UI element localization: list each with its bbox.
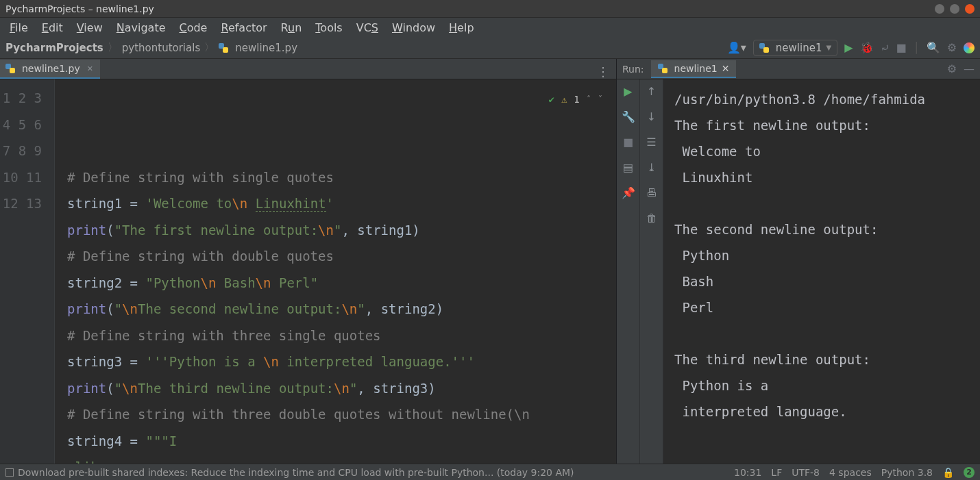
navigation-bar: PycharmProjects 〉 pythontutorials 〉 newl… <box>0 37 980 59</box>
up-icon[interactable]: ↑ <box>647 85 656 98</box>
menu-edit[interactable]: Edit <box>35 20 70 36</box>
code-line: like <box>67 454 616 464</box>
run-settings-gear-icon[interactable]: ⚙ <box>947 62 957 75</box>
code-line: print("The first newline output:\n", str… <box>67 217 616 244</box>
menu-navigate[interactable]: Navigate <box>110 20 173 36</box>
clear-icon[interactable]: 🗑 <box>646 212 657 225</box>
window-title: PycharmProjects – newline1.py <box>5 3 929 14</box>
run-button[interactable]: ▶ <box>844 41 853 54</box>
menu-code[interactable]: Code <box>173 20 215 36</box>
menu-file[interactable]: File <box>3 20 35 36</box>
code-line: string1 = 'Welcome to\n Linuxhint' <box>67 190 616 217</box>
breadcrumb-root[interactable]: PycharmProjects <box>5 42 103 54</box>
main-area: newline1.py ✕ ⋮ 1 2 3 4 5 6 7 8 9 10 11 … <box>0 59 980 464</box>
run-coverage-button[interactable]: ⤾ <box>881 41 890 54</box>
editor-tabs-more-icon[interactable]: ⋮ <box>597 64 609 79</box>
scroll-to-end-icon[interactable]: ⤓ <box>647 161 656 174</box>
code-line: string2 = "Python\n Bash\n Perl" <box>67 270 616 296</box>
menu-refactor[interactable]: Refactor <box>214 20 273 36</box>
breadcrumb: PycharmProjects 〉 pythontutorials 〉 newl… <box>5 41 727 54</box>
run-tab-label: newline1 <box>674 63 718 74</box>
main-menu-bar: File Edit View Navigate Code Refactor Ru… <box>0 18 980 37</box>
status-indent[interactable]: 4 spaces <box>829 467 872 478</box>
python-file-icon <box>658 64 667 73</box>
window-close-button[interactable] <box>965 4 975 14</box>
chevron-right-icon: 〉 <box>108 41 118 54</box>
toolbar-right: 👤▾ newline1 ▼ ▶ 🐞 ⤾ ■ │ 🔍 ⚙ <box>727 40 975 56</box>
expand-collapse-icon[interactable]: ˄ ˅ <box>587 86 604 113</box>
code-line: print("\nThe third newline output:\n", s… <box>67 375 616 402</box>
tool-windows-icon[interactable] <box>5 468 14 477</box>
menu-vcs[interactable]: VCS <box>350 20 385 36</box>
editor-tab-label: newline1.py <box>22 63 80 74</box>
window-titlebar: PycharmProjects – newline1.py <box>0 0 980 18</box>
editor-gutter: 1 2 3 4 5 6 7 8 9 10 11 12 13 <box>0 79 55 464</box>
menu-window[interactable]: Window <box>385 20 442 36</box>
close-tab-icon[interactable]: ✕ <box>722 63 730 74</box>
warning-icon: ⚠ <box>561 86 567 113</box>
status-encoding[interactable]: UTF-8 <box>792 467 820 478</box>
pin-icon[interactable]: 📌 <box>622 186 635 199</box>
chevron-right-icon: 〉 <box>204 41 215 54</box>
down-icon[interactable]: ↓ <box>647 110 656 123</box>
code-editor[interactable]: ✔ ⚠ 1 ˄ ˅ # Define string with single qu… <box>55 79 616 464</box>
lock-icon[interactable]: 🔒 <box>942 467 954 478</box>
soft-wrap-icon[interactable]: ☰ <box>646 136 656 149</box>
wrench-icon[interactable]: 🔧 <box>622 110 635 123</box>
print-icon[interactable]: 🖶 <box>646 186 657 199</box>
notifications-badge[interactable]: 2 <box>964 467 975 478</box>
layout-icon[interactable]: ▤ <box>623 161 633 174</box>
run-config-name: newline1 <box>776 42 822 54</box>
run-tool-window: Run: newline1 ✕ ⚙ — ▶ 🔧 ■ ▤ 📌 ↑ ↓ ☰ ⤓ <box>617 59 980 464</box>
check-icon: ✔ <box>548 86 554 113</box>
code-line: string3 = '''Python is a \n interpreted … <box>67 349 616 375</box>
debug-button[interactable]: 🐞 <box>860 41 874 54</box>
code-line: # Define string with single quotes <box>67 164 616 191</box>
status-bar: Download pre-built shared indexes: Reduc… <box>0 464 980 480</box>
settings-gear-icon[interactable]: ⚙ <box>947 41 957 54</box>
run-body: ▶ 🔧 ■ ▤ 📌 ↑ ↓ ☰ ⤓ 🖶 🗑 /usr/bin/python3.8… <box>617 79 980 464</box>
python-file-icon <box>759 43 769 53</box>
dropdown-triangle-icon: ▼ <box>826 44 831 51</box>
problem-count: 1 <box>574 86 579 113</box>
stop-icon[interactable]: ■ <box>623 136 633 149</box>
editor-problem-summary[interactable]: ✔ ⚠ 1 ˄ ˅ <box>548 86 604 113</box>
close-tab-icon[interactable]: ✕ <box>87 64 93 73</box>
python-packages-swirl-icon[interactable] <box>964 42 975 53</box>
python-file-icon <box>5 64 15 73</box>
run-console-output[interactable]: /usr/bin/python3.8 /home/fahmida The fir… <box>663 79 980 464</box>
status-caret[interactable]: 10:31 <box>734 467 761 478</box>
code-line: # Define string with three double quotes… <box>67 401 616 428</box>
status-interpreter[interactable]: Python 3.8 <box>881 467 933 478</box>
menu-help[interactable]: Help <box>442 20 480 36</box>
breadcrumb-folder[interactable]: pythontutorials <box>122 42 200 54</box>
run-configuration-selector[interactable]: newline1 ▼ <box>753 40 837 56</box>
stop-button[interactable]: ■ <box>896 41 907 54</box>
editor-body: 1 2 3 4 5 6 7 8 9 10 11 12 13 ✔ ⚠ 1 ˄ ˅ … <box>0 79 616 464</box>
hide-tool-window-icon[interactable]: — <box>964 62 975 75</box>
status-message[interactable]: Download pre-built shared indexes: Reduc… <box>5 467 724 478</box>
run-mid-toolbar: ↑ ↓ ☰ ⤓ 🖶 🗑 <box>640 79 663 464</box>
code-line: string4 = """I <box>67 428 616 455</box>
status-line-separator[interactable]: LF <box>771 467 782 478</box>
editor-pane: newline1.py ✕ ⋮ 1 2 3 4 5 6 7 8 9 10 11 … <box>0 59 617 464</box>
window-maximize-button[interactable] <box>950 4 959 14</box>
user-icon[interactable]: 👤▾ <box>727 41 746 54</box>
search-everywhere-icon[interactable]: 🔍 <box>927 41 940 54</box>
rerun-icon[interactable]: ▶ <box>624 85 632 98</box>
code-line: print("\nThe second newline output:\n", … <box>67 296 616 323</box>
menu-run[interactable]: Run <box>274 20 309 36</box>
editor-tab-active[interactable]: newline1.py ✕ <box>0 60 100 79</box>
menu-view[interactable]: View <box>70 20 110 36</box>
run-left-toolbar: ▶ 🔧 ■ ▤ 📌 <box>617 79 640 464</box>
run-tab-active[interactable]: newline1 ✕ <box>651 60 737 78</box>
breadcrumb-file[interactable]: newline1.py <box>235 42 297 54</box>
editor-tab-bar: newline1.py ✕ ⋮ <box>0 59 616 79</box>
run-label: Run: <box>622 64 644 75</box>
code-line: # Define string with double quotes <box>67 243 616 270</box>
python-file-icon <box>219 43 228 53</box>
code-line: # Define string with three single quotes <box>67 323 616 349</box>
run-header: Run: newline1 ✕ ⚙ — <box>617 59 980 79</box>
menu-tools[interactable]: Tools <box>308 20 349 36</box>
window-minimize-button[interactable] <box>935 4 944 14</box>
